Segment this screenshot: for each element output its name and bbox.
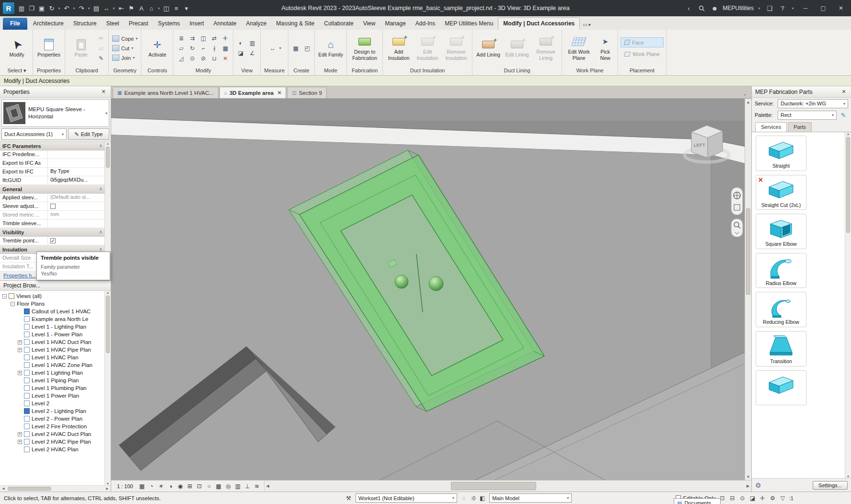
help-icon[interactable]: ?	[778, 2, 787, 14]
browser-item-level-1-piping-plan[interactable]: Level 1 Piping Plan	[2, 377, 104, 384]
render-icon[interactable]: ◉	[176, 481, 185, 491]
close-button[interactable]: ✕	[834, 2, 848, 14]
param-value[interactable]	[48, 219, 104, 228]
scroll-right-icon[interactable]: ▶	[104, 487, 111, 491]
remove-insulation-button[interactable]: Remove Insulation	[443, 34, 470, 61]
ribbon-tab-add-ins[interactable]: Add-Ins	[411, 18, 440, 30]
ribbon-tab-steel[interactable]: Steel	[101, 18, 124, 30]
override-graphics-icon[interactable]: ▥	[247, 39, 257, 48]
scroll-left-icon[interactable]: ◀	[0, 487, 7, 491]
view-tab-example-area-north-level-1-hvac[interactable]: ▦Example area North Level 1 HVAC...	[113, 87, 218, 98]
browser-item-level-1-power-plan[interactable]: Level 1 - Power Plan	[2, 331, 104, 338]
revit-logo[interactable]: R	[3, 2, 14, 14]
delete-icon[interactable]: ✕	[220, 54, 230, 63]
default-3d-view-icon[interactable]: ⌂	[147, 2, 156, 14]
navigation-bar[interactable]	[731, 187, 743, 237]
collapse-icon[interactable]: -	[11, 302, 15, 306]
edit-lining-button[interactable]: Edit Lining	[504, 37, 530, 58]
parts-scrollbar[interactable]: ▲ ▼	[845, 132, 851, 478]
placement-work-plane-option[interactable]: Work Plane	[621, 49, 664, 59]
ribbon-tab-analyze[interactable]: Analyze	[242, 18, 272, 30]
ribbon-tab-massing-site[interactable]: Massing & Site	[271, 18, 319, 30]
rotate-icon[interactable]: ↻	[187, 44, 197, 53]
browser-item-level-1-power-plan[interactable]: Level 1 Power Plan	[2, 392, 104, 400]
copy-to-clipboard-icon[interactable]: ▱	[96, 44, 106, 53]
browser-item-callout-of-level-1-hvac[interactable]: Callout of Level 1 HVAC	[2, 308, 104, 315]
ribbon-tab-file[interactable]: File	[3, 18, 27, 30]
collapse-chevron-icon[interactable]: ‹	[684, 2, 693, 14]
dropdown-caret-icon[interactable]: ▾	[112, 6, 116, 11]
select-underlay-icon[interactable]: ⊟	[728, 495, 737, 502]
browser-item-level-1-plumbing-plan[interactable]: Level 1 Plumbing Plan	[2, 384, 104, 392]
worksets-icon[interactable]: ⚒	[344, 495, 353, 502]
active-workset-combo[interactable]: Workset1 (Not Editable)▾	[356, 493, 457, 503]
param-checkbox[interactable]	[50, 204, 56, 209]
param-value[interactable]: (Default auto si...	[48, 194, 104, 202]
ribbon-tab-structure[interactable]: Structure	[69, 18, 102, 30]
scroll-right-icon[interactable]: ▶	[745, 484, 751, 488]
project-browser-scrollbar[interactable]: ▲ ▼	[104, 291, 111, 485]
drag-control-sphere-left[interactable]	[395, 275, 408, 288]
close-properties-icon[interactable]: ✕	[100, 89, 107, 95]
3d-viewport-canvas[interactable]: LEFT	[111, 99, 745, 480]
scroll-up-icon[interactable]: ▲	[106, 142, 110, 145]
match-type-properties-icon[interactable]: ✎	[96, 54, 106, 63]
unlocked-view-icon[interactable]: ○	[205, 481, 214, 491]
dropdown-caret-icon[interactable]: ▾	[87, 6, 91, 11]
account-name[interactable]: MEPUtilities	[723, 5, 754, 11]
ribbon-tab-manage[interactable]: Manage	[380, 18, 410, 30]
move-icon[interactable]: ✛	[220, 34, 230, 43]
linework-icon[interactable]: ∠	[247, 49, 257, 58]
collapse-section-icon[interactable]: ˄	[99, 186, 102, 192]
browser-item-level-1-hvac-duct-plan[interactable]: +Level 1 HVAC Duct Plan	[2, 338, 104, 346]
sync-with-central-icon[interactable]: ↻	[47, 2, 57, 14]
browser-item-level-2[interactable]: Level 2	[2, 400, 104, 407]
aligned-dimension-icon[interactable]: ⇤	[116, 2, 126, 14]
ribbon-tab-precast[interactable]: Precast	[124, 18, 153, 30]
scroll-down-icon[interactable]: ▼	[847, 475, 850, 478]
add-lining-button[interactable]: Add Lining	[475, 37, 502, 58]
trim-extend-icon[interactable]: ⌐	[198, 44, 208, 53]
section-icon[interactable]: ◫	[161, 2, 171, 14]
pin-icon[interactable]: ⊙	[187, 54, 197, 63]
browser-item-level-1-lighting-plan[interactable]: Level 1 - Lighting Plan	[2, 323, 104, 331]
part-item-square-elbow[interactable]: Square Elbow	[756, 214, 806, 249]
close-tab-icon[interactable]: ✕	[277, 90, 281, 95]
collapse-section-icon[interactable]: ˄	[99, 143, 102, 149]
minimize-button[interactable]: ─	[798, 2, 813, 14]
edit-insulation-button[interactable]: Edit Insulation	[414, 34, 441, 61]
tab-services[interactable]: Services	[755, 122, 787, 132]
part-item-radius-elbow[interactable]: Radius Elbow	[756, 253, 806, 288]
selection-filter-icon[interactable]: ▽	[778, 495, 787, 502]
param-section-general[interactable]: General˄	[0, 185, 104, 194]
properties-help-link[interactable]: Properties h...	[3, 273, 36, 278]
viewport-vscrollbar[interactable]: ▲ ▼	[745, 99, 751, 480]
browser-item-level-2-hvac-plan[interactable]: Level 2 HVAC Plan	[2, 446, 104, 453]
browser-root-views[interactable]: - Views (all)	[2, 292, 104, 300]
documents-tab[interactable]: ▤ Documents	[674, 498, 721, 504]
join-button[interactable]: Join▾	[111, 53, 138, 62]
param-value[interactable]	[48, 202, 104, 210]
thin-lines-icon[interactable]: ≡	[172, 2, 181, 14]
text-icon[interactable]: A	[137, 2, 146, 14]
ribbon-tab-insert[interactable]: Insert	[184, 18, 208, 30]
browser-item-level-2-power-plan[interactable]: Level 2 - Power Plan	[2, 415, 104, 423]
measure-caret-icon[interactable]: ▾	[279, 46, 281, 50]
browser-item-level-1-hvac-zone-plan[interactable]: Level 1 HVAC Zone Plan	[2, 361, 104, 369]
worksharing-display-icon[interactable]: ≋	[253, 481, 262, 491]
part-item-partial[interactable]	[756, 370, 806, 405]
view-cube-face-label[interactable]: LEFT	[694, 143, 705, 148]
view-scale-button[interactable]: 1 : 100	[114, 483, 137, 490]
browser-item-level-2-fire-protection[interactable]: Level 2 Fire Protection	[2, 423, 104, 430]
cope-button[interactable]: Cope▾	[111, 34, 138, 43]
remove-lining-button[interactable]: Remove Lining	[532, 34, 559, 61]
shadows-icon[interactable]: ◑	[166, 481, 175, 491]
type-selector[interactable]: MEPU Square Sleeve - Horizontal ▾	[1, 99, 109, 127]
expand-icon[interactable]: +	[18, 432, 22, 436]
scroll-left-icon[interactable]: ◀	[264, 484, 271, 488]
temporary-view-properties-icon[interactable]: ▥	[233, 481, 242, 491]
array-icon[interactable]: ▦	[220, 44, 230, 53]
dropdown-caret-icon[interactable]: ▾	[72, 6, 76, 11]
app-store-icon[interactable]: ❑	[765, 2, 774, 14]
design-to-fabrication-button[interactable]: Design to Fabrication	[349, 34, 380, 61]
